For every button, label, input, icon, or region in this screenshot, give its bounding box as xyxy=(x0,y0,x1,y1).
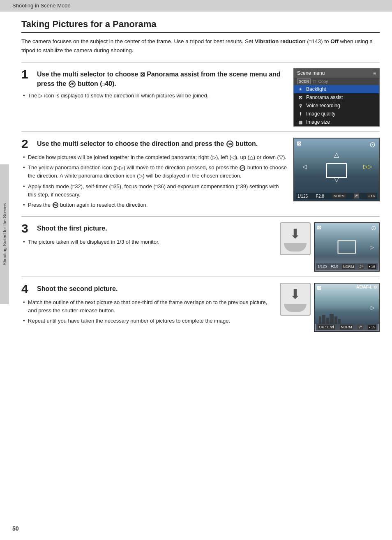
side-tab-label: Shooting Suited for the Scenes xyxy=(2,203,7,265)
main-content: Taking Pictures for a Panorama The camer… xyxy=(9,12,392,345)
step-1-body: 1 Use the multi selector to choose ⊠ Pan… xyxy=(21,68,380,127)
header-title: Shooting in Scene Mode xyxy=(12,2,71,9)
scene-menu-header: Scene menu ≡ xyxy=(294,69,379,78)
cam-aperture: F2.8 xyxy=(316,194,324,198)
page-header: Shooting in Scene Mode xyxy=(0,0,392,12)
page-number: 50 xyxy=(12,525,19,532)
scene-menu-quality: ⬆ Image quality xyxy=(294,110,379,118)
intro-paragraph: The camera focuses on the subject in the… xyxy=(21,37,380,55)
step-3-bullets: The picture taken will be displayed in 1… xyxy=(21,238,274,246)
cam-up-arrow: △ xyxy=(334,151,339,159)
cam4-bottom: OK : End NDRM 2ᴺ ▪ 15 xyxy=(316,324,378,330)
step-3-body: 3 Shoot the first picture. The picture t… xyxy=(21,222,380,272)
cam3-arrow: ▷ xyxy=(370,244,374,250)
scene-menu-display: Scene menu ≡ SCEN □ Copy ☀ Backlight ⊠ P… xyxy=(293,68,380,127)
ok-inline: OK xyxy=(240,165,245,171)
step-2-bullets: Decide how pictures will be joined toget… xyxy=(21,153,288,209)
ok-button-icon: OK xyxy=(69,81,76,88)
cam4-tl: ⊠ xyxy=(317,285,321,291)
step-4-images: ⬇ ⊠ AE/AF-L ⊙ xyxy=(280,283,380,332)
step-1-section: 1 Use the multi selector to choose ⊠ Pan… xyxy=(21,62,380,132)
cam-panorama-icon: ⊠ xyxy=(297,140,302,147)
step-3-text: 3 Shoot the first picture. The picture t… xyxy=(21,222,274,248)
step-4-text: 4 Shoot the second picture. Match the ou… xyxy=(21,283,274,327)
step-4-number: 4 xyxy=(21,283,31,295)
step-3-title: Shoot the first picture. xyxy=(37,222,107,233)
step-4-section: 4 Shoot the second picture. Match the ou… xyxy=(21,277,380,337)
step-2-bullet-1: Decide how pictures will be joined toget… xyxy=(21,153,288,162)
step-1-title: Use the multi selector to choose ⊠ Panor… xyxy=(37,68,288,88)
cam-frames: 2ᴺ xyxy=(354,194,359,198)
step-2-bullet-2: The yellow panorama direction icon (▷▷) … xyxy=(21,164,288,180)
cam-left-arrow: ◁ xyxy=(302,163,307,170)
step-1-bullet-1: The ▷ icon is displayed to show the dire… xyxy=(21,92,288,100)
ok-inline-2: OK xyxy=(53,202,58,208)
step-2-section: 2 Use the multi selector to choose the d… xyxy=(21,132,380,216)
step-3-header: 3 Shoot the first picture. xyxy=(21,222,274,235)
step-4-title: Shoot the second picture. xyxy=(37,283,118,293)
cam3-bracket xyxy=(338,240,356,254)
cam-count: ▪ 16 xyxy=(367,194,376,198)
cam-norm: NDRM xyxy=(332,194,346,198)
scene-menu-item: SCEN □ Copy xyxy=(294,78,379,85)
step-4-body: 4 Shoot the second picture. Match the ou… xyxy=(21,283,380,332)
step-2-bullet-3: Apply flash mode (□32), self-timer (□35)… xyxy=(21,182,288,199)
step-4-bullets: Match the outline of the next picture so… xyxy=(21,298,274,325)
cam4-arrow: ▷ xyxy=(371,305,375,311)
cam4-tr: AE/AF-L ⊙ xyxy=(356,285,377,289)
step-2-number: 2 xyxy=(21,138,31,150)
step-2-header: 2 Use the multi selector to choose the d… xyxy=(21,138,288,150)
cam-shutter: 1/125 xyxy=(297,194,308,198)
side-tab: Shooting Suited for the Scenes xyxy=(0,164,9,304)
step-2-bullet-4: Press the OK button again to reselect th… xyxy=(21,201,288,209)
camera-display-step3: ⊠ ⊙ ▷ 1/125 F2.8 NDRM 2ᴺ ▪ 16 xyxy=(314,222,380,272)
shutter-icon-step4: ⬇ xyxy=(280,283,311,316)
cam-settings-icon: ⊙ xyxy=(369,140,376,149)
step-3-bullet-1: The picture taken will be displayed in 1… xyxy=(21,238,274,246)
scene-menu-voice: 🎙 Voice recording xyxy=(294,102,379,110)
shutter-icon-step3: ⬇ xyxy=(280,222,311,255)
scene-menu-size: ▦ Image size xyxy=(294,118,379,126)
step-4-header: 4 Shoot the second picture. xyxy=(21,283,274,295)
step-2-text: 2 Use the multi selector to choose the d… xyxy=(21,138,288,211)
step-1-number: 1 xyxy=(21,68,31,81)
step-3-number: 3 xyxy=(21,222,31,235)
cam-bottom-bar: 1/125 F2.8 NDRM 2ᴺ ▪ 16 xyxy=(296,193,377,199)
step-3-images: ⬇ ⊠ ⊙ ▷ 1/125 F2.8 NDRM 2ᴺ ▪ 16 xyxy=(280,222,380,272)
camera-display-step2: ⊠ ⊙ △ ◁ ▷▷ ▽ 1/125 F2.8 NDRM 2ᴺ ▪ 16 xyxy=(293,138,380,201)
cam3-tr: ⊙ xyxy=(371,224,376,232)
step-4-bullet-2: Repeat until you have taken the necessar… xyxy=(21,317,274,325)
step-1-header: 1 Use the multi selector to choose ⊠ Pan… xyxy=(21,68,288,88)
ok-button-icon-2: OK xyxy=(226,141,233,148)
step-2-title: Use the multi selector to choose the dir… xyxy=(37,138,258,148)
cam3-tl: ⊠ xyxy=(317,224,321,231)
cam-down-arrow: ▽ xyxy=(334,175,339,183)
scene-menu-backlight: ☀ Backlight xyxy=(294,85,379,93)
page-title: Taking Pictures for a Panorama xyxy=(21,19,380,33)
step-1-text: 1 Use the multi selector to choose ⊠ Pan… xyxy=(21,68,288,102)
scene-menu-panorama: ⊠ Panorama assist xyxy=(294,93,379,102)
intro-bold: Vibration reduction xyxy=(255,38,306,44)
intro-text: The camera focuses on the subject in the… xyxy=(21,38,255,44)
camera-display-step4: ⊠ AE/AF-L ⊙ ▷ OK : End xyxy=(314,283,380,332)
cam3-bottom: 1/125 F2.8 NDRM 2ᴺ ▪ 16 xyxy=(316,263,378,270)
step-4-bullet-1: Match the outline of the next picture so… xyxy=(21,298,274,315)
step-3-section: 3 Shoot the first picture. The picture t… xyxy=(21,216,380,277)
cam-right-arrow-yellow: ▷▷ xyxy=(363,163,372,170)
step-2-body: 2 Use the multi selector to choose the d… xyxy=(21,138,380,211)
step-1-bullets: The ▷ icon is displayed to show the dire… xyxy=(21,92,288,100)
